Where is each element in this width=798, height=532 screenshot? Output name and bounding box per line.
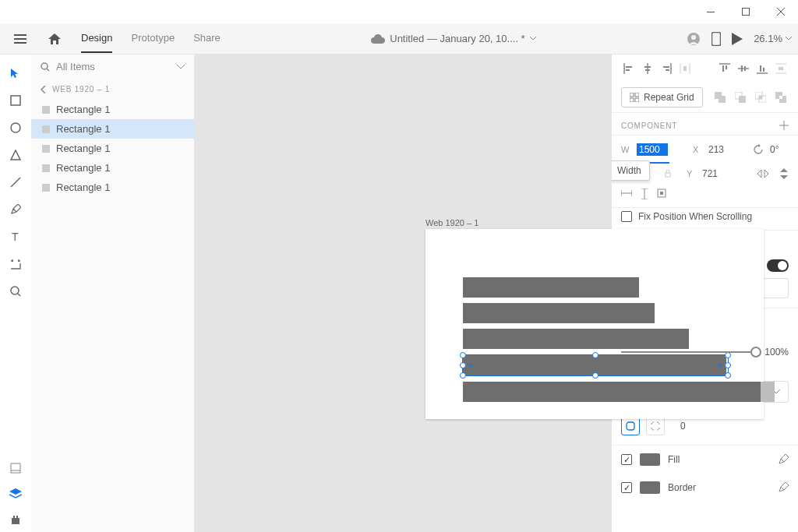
repeat-grid-row: Repeat Grid bbox=[612, 83, 798, 113]
layer-item[interactable]: Rectangle 1 bbox=[31, 119, 194, 139]
text-tool[interactable]: T bbox=[0, 223, 31, 250]
home-button[interactable] bbox=[41, 29, 69, 49]
search-icon bbox=[41, 62, 50, 72]
distribute-h-icon[interactable] bbox=[677, 61, 693, 76]
border-swatch[interactable] bbox=[640, 481, 660, 494]
rectangle[interactable] bbox=[463, 382, 761, 402]
layer-name: Rectangle 1 bbox=[56, 162, 110, 174]
menu-button[interactable] bbox=[6, 30, 34, 48]
assets-panel-icon[interactable] bbox=[0, 455, 31, 481]
play-icon[interactable] bbox=[732, 33, 743, 45]
eyedropper-icon[interactable] bbox=[778, 454, 789, 465]
plugins-panel-icon[interactable] bbox=[0, 506, 31, 532]
add-boolean-icon[interactable] bbox=[712, 90, 728, 105]
svg-rect-47 bbox=[635, 98, 639, 102]
zoom-control[interactable]: 26.1% bbox=[754, 33, 792, 44]
rectangle[interactable] bbox=[463, 277, 639, 298]
y-label: Y bbox=[687, 169, 696, 178]
exclude-boolean-icon[interactable] bbox=[773, 90, 789, 105]
layer-item[interactable]: Rectangle 1 bbox=[31, 178, 194, 197]
fill-checkbox[interactable] bbox=[621, 454, 632, 465]
subtract-boolean-icon[interactable] bbox=[733, 90, 748, 105]
rectangle-icon bbox=[42, 106, 50, 114]
layer-item[interactable]: Rectangle 1 bbox=[31, 158, 194, 178]
align-center-h-icon[interactable] bbox=[640, 61, 655, 76]
rectangle[interactable] bbox=[463, 329, 689, 349]
opacity-slider[interactable] bbox=[621, 351, 757, 353]
corner-independent-button[interactable] bbox=[646, 417, 665, 435]
align-top-icon[interactable] bbox=[717, 61, 733, 76]
rectangle[interactable] bbox=[463, 303, 655, 323]
user-icon[interactable] bbox=[687, 32, 701, 46]
layers-panel-icon[interactable] bbox=[0, 481, 31, 506]
responsive-toggle[interactable] bbox=[767, 259, 789, 272]
svg-rect-21 bbox=[626, 66, 632, 68]
document-title[interactable]: Untitled — January 20, 10.... * bbox=[221, 33, 687, 44]
layers-search[interactable]: All Items bbox=[31, 55, 194, 79]
corner-same-button[interactable] bbox=[621, 417, 640, 435]
scroll-vertical-icon[interactable] bbox=[640, 188, 649, 199]
y-input[interactable]: 721 bbox=[702, 168, 733, 179]
align-middle-icon[interactable] bbox=[736, 61, 751, 76]
svg-rect-44 bbox=[630, 93, 634, 97]
layers-breadcrumb[interactable]: WEB 1920 – 1 bbox=[31, 79, 194, 100]
svg-rect-31 bbox=[683, 66, 687, 71]
align-bottom-icon[interactable] bbox=[754, 61, 770, 76]
border-label: Border bbox=[668, 482, 696, 493]
rectangle[interactable] bbox=[463, 355, 726, 375]
intersect-boolean-icon[interactable] bbox=[753, 90, 768, 105]
checkbox[interactable] bbox=[621, 211, 632, 222]
corner-radius-input[interactable]: 0 bbox=[680, 421, 686, 432]
layers-search-label: All Items bbox=[56, 61, 95, 72]
flip-vertical-icon[interactable] bbox=[779, 168, 789, 179]
align-controls bbox=[612, 55, 798, 83]
layer-item[interactable]: Rectangle 1 bbox=[31, 100, 194, 119]
mode-tabs: Design Prototype Share bbox=[81, 24, 221, 53]
rectangle-icon bbox=[42, 164, 50, 172]
eyedropper-icon[interactable] bbox=[778, 482, 789, 493]
close-button[interactable] bbox=[763, 0, 798, 23]
align-right-icon[interactable] bbox=[659, 61, 674, 76]
device-preview-icon[interactable] bbox=[711, 32, 721, 46]
artboard[interactable] bbox=[425, 229, 764, 419]
select-tool[interactable] bbox=[0, 59, 31, 86]
artboard-label[interactable]: Web 1920 – 1 bbox=[425, 218, 478, 227]
fill-swatch[interactable] bbox=[640, 453, 660, 466]
scroll-horizontal-icon[interactable] bbox=[621, 188, 632, 199]
maximize-button[interactable] bbox=[728, 0, 763, 23]
pen-tool[interactable] bbox=[0, 196, 31, 223]
border-checkbox[interactable] bbox=[621, 482, 632, 493]
line-tool[interactable] bbox=[0, 168, 31, 196]
tab-design[interactable]: Design bbox=[81, 24, 112, 53]
zoom-tool[interactable] bbox=[0, 277, 31, 305]
svg-rect-37 bbox=[744, 66, 746, 71]
flip-horizontal-icon[interactable] bbox=[757, 169, 768, 178]
layer-name: Rectangle 1 bbox=[56, 181, 110, 193]
repeat-grid-button[interactable]: Repeat Grid bbox=[621, 87, 703, 107]
rotation-input[interactable]: 0° bbox=[770, 144, 789, 155]
distribute-v-icon[interactable] bbox=[773, 61, 789, 76]
fill-label: Fill bbox=[668, 454, 680, 465]
grid-icon bbox=[630, 93, 639, 102]
rectangle-icon bbox=[42, 125, 50, 133]
polygon-tool[interactable] bbox=[0, 141, 31, 168]
canvas[interactable]: Web 1920 – 1 bbox=[195, 55, 611, 532]
align-left-icon[interactable] bbox=[621, 61, 637, 76]
x-input[interactable]: 213 bbox=[708, 144, 740, 155]
svg-point-14 bbox=[11, 287, 19, 294]
ellipse-tool[interactable] bbox=[0, 114, 31, 141]
rotate-icon[interactable] bbox=[753, 144, 764, 155]
fix-position-row[interactable]: Fix Position When Scrolling bbox=[612, 208, 798, 231]
tab-prototype[interactable]: Prototype bbox=[131, 24, 175, 53]
width-input[interactable]: 1500 bbox=[637, 143, 668, 156]
artboard-tool[interactable] bbox=[0, 250, 31, 277]
svg-point-18 bbox=[41, 63, 48, 69]
tab-share[interactable]: Share bbox=[193, 24, 221, 53]
scroll-both-icon[interactable] bbox=[657, 188, 666, 199]
add-component-icon[interactable] bbox=[779, 121, 789, 130]
minimize-button[interactable] bbox=[693, 0, 728, 23]
rectangle-tool[interactable] bbox=[0, 86, 31, 114]
lock-aspect-icon[interactable] bbox=[665, 170, 671, 178]
svg-rect-10 bbox=[11, 96, 20, 105]
layer-item[interactable]: Rectangle 1 bbox=[31, 139, 194, 158]
